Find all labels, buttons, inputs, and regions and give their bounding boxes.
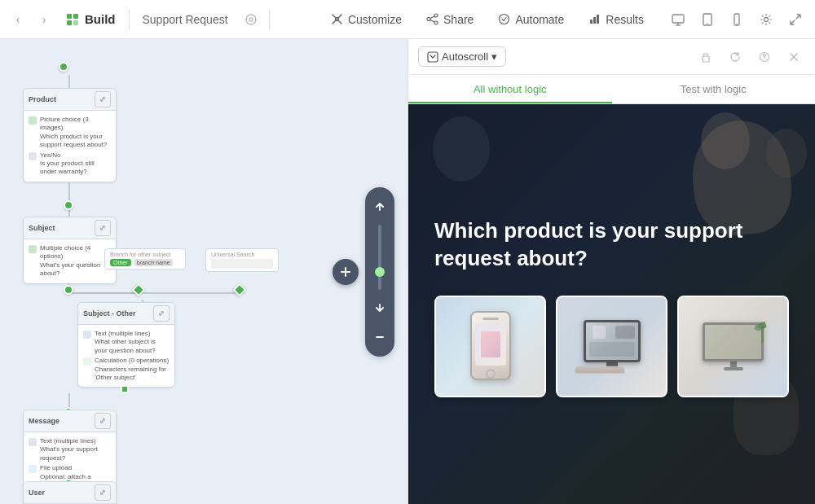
preview-question: Which product is your support request ab… <box>434 217 789 273</box>
svg-point-20 <box>707 23 708 24</box>
mobile-icon[interactable] <box>724 7 750 33</box>
panel-lock-icon[interactable] <box>694 46 717 68</box>
node-subject-expand[interactable]: ⤢ <box>95 220 111 236</box>
subject-other-row-1: Text (multiple lines)What other subject … <box>83 330 170 355</box>
node-subject-row: Multiple choice (4 options)What's your q… <box>29 244 111 278</box>
message-q1: Text (multiple lines)What's your support… <box>40 437 111 462</box>
svg-line-10 <box>430 16 434 19</box>
tv-image <box>679 297 787 396</box>
add-node-button[interactable] <box>333 259 359 285</box>
node-subject[interactable]: Subject ⤢ Multiple choice (4 options)Wha… <box>23 217 117 284</box>
node-subject-other[interactable]: Subject - Other ⤢ Text (multiple lines)W… <box>77 302 175 388</box>
yes-no-icon <box>29 152 37 160</box>
svg-rect-16 <box>672 15 684 23</box>
node-branch-subject[interactable]: Branch for other subject Other branch na… <box>104 248 186 270</box>
panel-toolbar: Autoscroll ▾ <box>408 39 815 75</box>
node-subject-body: Multiple choice (4 options)What's your q… <box>24 239 116 283</box>
choice-tv[interactable]: My TV <box>677 296 789 397</box>
autoscroll-button[interactable]: Autoscroll ▾ <box>418 46 506 67</box>
svg-rect-3 <box>73 20 78 25</box>
svg-point-40 <box>764 59 764 59</box>
zoom-down-button[interactable] <box>365 293 394 322</box>
tab-share[interactable]: Share <box>415 8 485 31</box>
zoom-track[interactable] <box>378 225 381 290</box>
desktop-icon[interactable] <box>665 7 691 33</box>
node-universal-search[interactable]: Universal Search <box>205 248 279 272</box>
svg-point-5 <box>249 18 253 21</box>
node-subject-other-expand[interactable]: ⤢ <box>153 305 170 322</box>
subject-other-q1: Text (multiple lines)What other subject … <box>95 330 170 355</box>
expand-icon[interactable] <box>782 7 808 33</box>
svg-rect-13 <box>590 20 593 24</box>
tab-all-without-logic[interactable]: All without logic <box>408 75 612 103</box>
node-product[interactable]: Product ⤢ Picture choice (3 images)Which… <box>23 88 117 182</box>
zoom-up-button[interactable] <box>365 192 394 221</box>
panel-refresh-icon[interactable] <box>724 46 747 68</box>
node-product-row-1: Picture choice (3 images)Which product i… <box>29 116 111 150</box>
connector-1 <box>64 200 73 210</box>
tab-all-without-logic-label: All without logic <box>474 83 547 95</box>
branch-connector <box>64 285 73 295</box>
panel-toolbar-right <box>694 46 805 68</box>
connector-square-1 <box>121 385 129 393</box>
tablet-icon[interactable] <box>694 7 720 33</box>
brand-logo: Build <box>59 12 122 27</box>
svg-point-23 <box>764 17 769 21</box>
tab-share-label: Share <box>443 13 474 26</box>
node-user-header: User ⤢ <box>24 482 116 504</box>
tab-customize-label: Customize <box>348 13 402 26</box>
tab-automate-label: Automate <box>515 13 564 26</box>
svg-point-8 <box>434 14 438 17</box>
tab-results-label: Results <box>606 13 644 26</box>
panel-close-icon[interactable] <box>782 46 805 68</box>
node-product-row-2: Yes/NoIs your product still under warran… <box>29 151 111 177</box>
picture-choice-icon <box>29 116 37 125</box>
node-message-header: Message ⤢ <box>24 410 116 432</box>
zoom-add-button[interactable] <box>365 322 394 352</box>
node-product-body: Picture choice (3 images)Which product i… <box>24 111 116 182</box>
tab-settings-icon[interactable] <box>240 8 262 31</box>
flow-start <box>59 62 68 72</box>
back-button[interactable]: ‹ <box>7 8 29 31</box>
phone-image <box>436 297 544 396</box>
preview-content: Which product is your support request ab… <box>408 191 815 417</box>
tab-test-with-logic-label: Test with logic <box>681 83 747 95</box>
message-row-1: Text (multiple lines)What's your support… <box>29 437 111 462</box>
choice-computer[interactable]: My Computer <box>556 296 667 397</box>
product-question-2: Yes/NoIs your product still under warran… <box>40 151 111 177</box>
main-tabs: Customize Share Automate <box>319 8 655 31</box>
panel-help-icon[interactable] <box>753 46 776 68</box>
zoom-thumb <box>375 267 385 277</box>
subject-other-row-2: Calculation (0 operations)Characters rem… <box>83 357 170 382</box>
text-area-icon <box>29 438 37 446</box>
right-panel: Autoscroll ▾ <box>408 39 815 504</box>
svg-rect-2 <box>67 20 72 25</box>
text-ml-icon <box>83 331 91 339</box>
subject-question: Multiple choice (4 options)What's your q… <box>40 244 111 278</box>
svg-point-7 <box>427 18 430 21</box>
universal-search-label: Universal Search <box>211 252 273 257</box>
tab-customize[interactable]: Customize <box>319 8 413 31</box>
top-nav: ‹ › Build Support Request Customize <box>0 0 815 39</box>
node-message-expand[interactable]: ⤢ <box>95 413 111 429</box>
svg-line-11 <box>430 20 434 23</box>
forward-button[interactable]: › <box>33 8 55 31</box>
tab-test-with-logic[interactable]: Test with logic <box>612 75 816 103</box>
canvas-area[interactable]: Product ⤢ Picture choice (3 images)Which… <box>0 39 408 504</box>
svg-rect-1 <box>73 14 78 19</box>
settings-icon[interactable] <box>753 7 779 33</box>
subject-other-q2: Calculation (0 operations)Characters rem… <box>95 357 170 382</box>
phone-label: My Phone <box>436 396 544 397</box>
node-expand-icon[interactable]: ⤢ <box>95 91 111 107</box>
choice-phone[interactable]: My Phone <box>434 296 546 397</box>
node-subject-header: Subject ⤢ <box>24 217 116 239</box>
autoscroll-chevron: ▾ <box>491 50 497 63</box>
preview-background: Which product is your support request ab… <box>408 104 815 504</box>
node-subject-other-header: Subject - Other ⤢ <box>78 303 174 325</box>
svg-point-12 <box>500 15 509 24</box>
tab-automate[interactable]: Automate <box>487 8 575 31</box>
node-user[interactable]: User ⤢ Text (single line)What's your nam… <box>23 481 117 504</box>
tv-label: My TV <box>679 396 787 397</box>
tab-results[interactable]: Results <box>577 8 655 31</box>
node-user-expand[interactable]: ⤢ <box>95 484 111 501</box>
